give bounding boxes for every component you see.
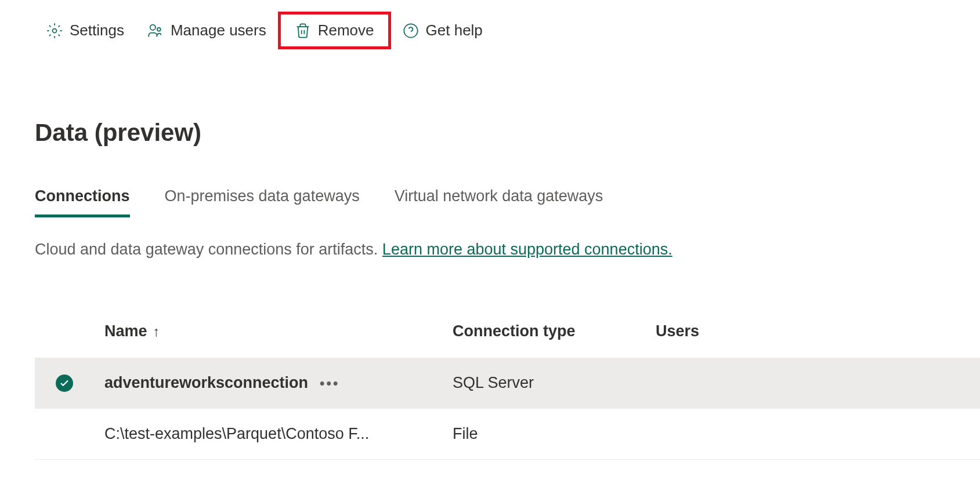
users-icon — [147, 23, 164, 39]
column-header-users[interactable]: Users — [656, 322, 772, 340]
manage-users-button[interactable]: Manage users — [136, 17, 278, 44]
svg-point-5 — [404, 24, 417, 37]
manage-users-label: Manage users — [171, 21, 266, 39]
connections-table: Name ↑ Connection type Users adventurewo… — [0, 311, 980, 460]
gear-icon — [46, 23, 63, 39]
connection-type: SQL Server — [453, 374, 656, 392]
remove-label: Remove — [318, 21, 374, 39]
svg-point-0 — [53, 28, 57, 32]
svg-point-2 — [157, 27, 161, 31]
row-status — [52, 375, 104, 392]
table-header: Name ↑ Connection type Users — [35, 311, 980, 358]
checkmark-icon — [56, 375, 73, 392]
remove-button[interactable]: Remove — [278, 12, 391, 49]
column-header-name[interactable]: Name ↑ — [104, 322, 453, 340]
tabs: Connections On-premises data gateways Vi… — [0, 187, 980, 217]
settings-label: Settings — [70, 21, 124, 39]
name-header-label: Name — [104, 322, 147, 340]
help-icon — [403, 23, 419, 39]
learn-more-link[interactable]: Learn more about supported connections. — [382, 241, 672, 258]
column-header-type[interactable]: Connection type — [453, 322, 656, 340]
svg-point-1 — [150, 24, 156, 30]
toolbar: Settings Manage users Remove — [0, 12, 980, 49]
row-name-cell: C:\test-examples\Parquet\Contoso F... — [104, 425, 453, 443]
connection-name: C:\test-examples\Parquet\Contoso F... — [104, 425, 369, 443]
tab-connections[interactable]: Connections — [35, 187, 130, 217]
table-row[interactable]: adventureworksconnection ••• SQL Server — [35, 358, 980, 409]
get-help-label: Get help — [426, 21, 483, 39]
connection-type: File — [453, 425, 656, 443]
tab-vnet-gateways[interactable]: Virtual network data gateways — [395, 187, 603, 217]
trash-icon — [295, 23, 311, 39]
table-row[interactable]: C:\test-examples\Parquet\Contoso F... Fi… — [35, 409, 980, 460]
settings-button[interactable]: Settings — [35, 17, 136, 44]
description-text: Cloud and data gateway connections for a… — [35, 241, 382, 258]
page-description: Cloud and data gateway connections for a… — [0, 241, 980, 259]
tab-onprem-gateways[interactable]: On-premises data gateways — [165, 187, 360, 217]
row-name-cell: adventureworksconnection ••• — [104, 374, 453, 392]
page-title: Data (preview) — [0, 119, 980, 147]
more-options-button[interactable]: ••• — [320, 375, 339, 391]
connection-name: adventureworksconnection — [104, 374, 308, 392]
get-help-button[interactable]: Get help — [391, 17, 494, 44]
sort-ascending-icon: ↑ — [153, 323, 160, 340]
